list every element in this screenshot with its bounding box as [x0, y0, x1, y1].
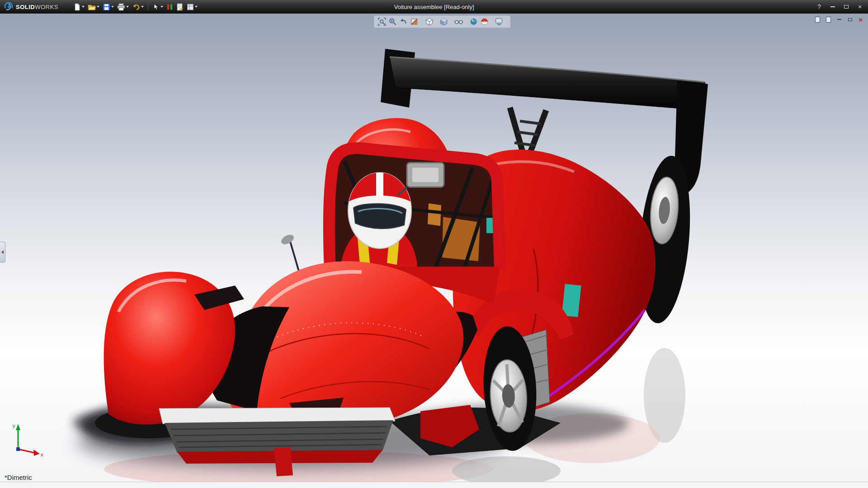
chevron-down-icon[interactable] — [126, 6, 129, 8]
zoom-to-fit-button[interactable] — [377, 17, 387, 27]
close-icon: × — [859, 16, 863, 23]
chevron-down-icon[interactable] — [97, 6, 99, 8]
window-icon — [826, 17, 831, 23]
previous-view-button[interactable] — [399, 17, 409, 27]
undo-arrow-icon — [132, 3, 140, 11]
open-document-button[interactable] — [86, 1, 101, 12]
view-settings-monitor-icon — [495, 18, 503, 26]
y-axis-label: y — [13, 423, 15, 428]
maximize-icon — [844, 5, 849, 9]
chevron-down-icon[interactable] — [449, 21, 452, 23]
hide-show-items-button[interactable] — [453, 17, 468, 27]
restore-document-button[interactable] — [845, 15, 854, 23]
tile-windows-button[interactable] — [824, 15, 833, 23]
chevron-down-icon[interactable] — [195, 6, 198, 8]
graphics-area[interactable]: × — [0, 14, 868, 482]
chevron-down-icon[interactable] — [490, 21, 492, 23]
toolbar-separator — [148, 3, 148, 11]
apply-scene-sphere-icon — [481, 18, 489, 26]
reference-triad: y x — [10, 420, 48, 458]
options-button[interactable] — [185, 1, 199, 12]
minimize-icon — [837, 19, 841, 20]
display-style-cube-icon — [440, 18, 448, 26]
new-document-button[interactable] — [72, 1, 86, 12]
close-document-button[interactable]: × — [856, 15, 865, 23]
view-orientation-cube-icon — [425, 18, 434, 26]
zoom-to-area-icon — [389, 18, 397, 26]
chevron-down-icon[interactable] — [464, 21, 467, 23]
task-pane-handle[interactable] — [0, 242, 5, 263]
document-properties-button[interactable] — [175, 1, 185, 12]
restore-icon — [848, 18, 852, 21]
printer-icon — [117, 3, 125, 11]
chevron-down-icon[interactable] — [160, 6, 163, 8]
edit-appearance-sphere-icon — [470, 18, 478, 26]
radiator-grille[interactable] — [165, 420, 393, 453]
open-folder-icon — [88, 3, 96, 11]
status-bar — [0, 482, 868, 488]
minimize-button[interactable] — [828, 2, 837, 11]
side-mirror[interactable] — [280, 233, 296, 246]
standard-toolbar — [72, 1, 199, 12]
options-grid-icon — [187, 3, 194, 11]
section-view-icon — [410, 18, 419, 26]
minimize-icon — [830, 6, 835, 7]
view-orientation-label: *Dimetric — [5, 474, 32, 481]
chevron-down-icon[interactable] — [504, 21, 507, 23]
minimize-document-button[interactable] — [835, 15, 844, 23]
chevron-down-icon[interactable] — [82, 6, 85, 8]
select-button[interactable] — [151, 1, 165, 12]
titlebar: SOLIDWORKS — [0, 0, 868, 14]
selection-filter-icon — [166, 3, 173, 11]
document-window-controls: × — [813, 15, 865, 23]
edit-appearance-button[interactable] — [469, 17, 479, 27]
x-axis-label: x — [41, 452, 43, 457]
view-settings-button[interactable] — [494, 17, 508, 27]
collapse-arrow-icon — [1, 250, 4, 254]
new-window-button[interactable] — [813, 15, 822, 23]
undo-button[interactable] — [131, 1, 145, 12]
model-scene[interactable] — [0, 14, 868, 482]
document-properties-icon — [176, 3, 184, 11]
zoom-to-area-button[interactable] — [388, 17, 398, 27]
previous-view-icon — [400, 18, 408, 26]
view-orientation-button[interactable] — [425, 17, 438, 27]
save-button[interactable] — [101, 1, 115, 12]
maximize-button[interactable] — [842, 2, 851, 11]
window-title: Voiture assemblee [Read-only] — [394, 0, 474, 14]
chevron-down-icon[interactable] — [111, 6, 114, 8]
hide-show-glasses-icon — [454, 18, 463, 26]
close-button[interactable]: × — [855, 2, 864, 11]
app-brand: SOLIDWORKS — [4, 2, 58, 12]
selection-filter-button[interactable] — [165, 1, 175, 12]
section-view-button[interactable] — [410, 17, 420, 27]
window-icon — [815, 17, 820, 23]
chevron-down-icon[interactable] — [141, 6, 144, 8]
zoom-to-fit-icon — [378, 18, 386, 26]
select-cursor-icon — [152, 3, 160, 11]
display-style-button[interactable] — [439, 17, 453, 27]
brand-wordmark: SOLIDWORKS — [16, 4, 58, 10]
toolbar-separator — [422, 18, 422, 25]
apply-scene-button[interactable] — [480, 17, 493, 27]
help-button[interactable]: ? — [815, 2, 824, 11]
save-floppy-icon — [103, 3, 110, 11]
center-fin — [274, 447, 293, 476]
chevron-down-icon[interactable] — [434, 21, 437, 23]
dassault-swirl-icon — [4, 2, 14, 12]
window-controls: ? × — [815, 0, 864, 14]
heads-up-toolbar — [374, 15, 511, 28]
helmet-visor — [354, 204, 406, 229]
new-document-icon — [73, 3, 81, 11]
print-button[interactable] — [116, 1, 130, 12]
